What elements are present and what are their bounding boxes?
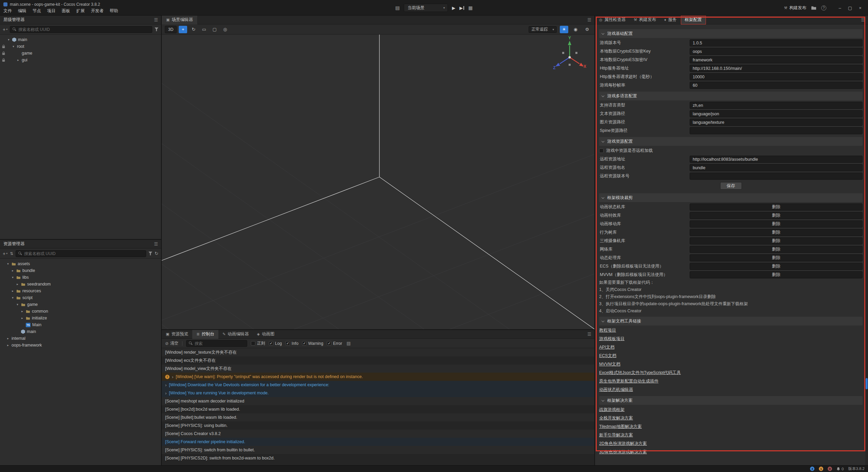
collapse-arrow-icon[interactable]: ▾ (16, 303, 19, 306)
tree-row[interactable]: ▸oops-framework (0, 342, 161, 349)
preview-scene-select[interactable]: 当前场景 ▾ (404, 4, 448, 12)
tree-row[interactable]: ▸bundle (0, 267, 161, 274)
hierarchy-filter-icon[interactable] (155, 27, 158, 31)
console-log-row[interactable]: [Scene] [PHYSICS]: using builtin. (162, 421, 594, 430)
field-input[interactable] (690, 48, 863, 55)
console-log-row[interactable]: [Scene] [bullet]:bullet wasm lib loaded. (162, 413, 594, 421)
tree-row[interactable]: game (0, 50, 161, 57)
preview-device-icon[interactable]: ▤ (395, 5, 400, 10)
console-log-row[interactable]: [Scene] Forward render pipeline initiali… (162, 438, 594, 446)
solution-link[interactable]: 战旗游戏框架 (599, 406, 625, 414)
scene-light-icon[interactable]: ☀ (560, 26, 568, 33)
console-menu-icon[interactable]: ☰ (587, 332, 591, 336)
menu-item[interactable]: 面板 (59, 7, 73, 15)
solution-link[interactable]: 全栈开发解决方案 (599, 414, 633, 422)
menu-item[interactable]: 帮助 (107, 7, 121, 15)
tree-row[interactable]: ▾assets (0, 260, 161, 267)
build-publish-button[interactable]: ⚒ 构建发布 (784, 5, 806, 11)
tree-row[interactable]: ▸internal (0, 335, 161, 342)
expand-arrow-icon[interactable]: ▸ (6, 337, 10, 340)
field-input[interactable] (690, 110, 863, 117)
notification-bell[interactable]: 0 (836, 467, 844, 471)
remote-load-checkbox[interactable] (599, 149, 604, 153)
expand-arrow-icon[interactable]: ▸ (20, 310, 24, 313)
anchor-tool-button[interactable]: ◎ (221, 26, 229, 33)
scene-viewport[interactable]: Y X Z (162, 35, 594, 329)
solution-link[interactable]: Tiledmap地图解决方案 (599, 422, 642, 431)
assets-menu-icon[interactable]: ☰ (154, 242, 158, 246)
section-solutions[interactable]: 框架解决方案 (599, 396, 863, 405)
solution-link[interactable]: 2D角色扮演游戏解决方案 (599, 439, 647, 448)
menu-item[interactable]: 文件 (0, 7, 15, 15)
doc-link[interactable]: 动画状态机编辑器 (599, 386, 633, 394)
filter-checkbox[interactable]: ✓ (269, 341, 273, 346)
field-input[interactable] (690, 65, 863, 72)
step-button[interactable]: ▶ (459, 5, 464, 11)
doc-link[interactable]: Excel格式转Json文件与TypeScript代码工具 (599, 369, 681, 377)
delete-module-button[interactable]: 删除 (690, 212, 863, 219)
console-tab[interactable]: ✎动画编辑器 (218, 330, 253, 339)
tree-row[interactable]: main (0, 328, 161, 335)
delete-module-button[interactable]: 删除 (690, 203, 863, 211)
move-tool-button[interactable]: + (179, 26, 187, 33)
inspector-tab[interactable]: 框架配置 (681, 16, 706, 24)
tree-row[interactable]: ▸common (0, 308, 161, 315)
console-tab[interactable]: ◈动画图 (253, 330, 279, 339)
inspector-tab[interactable]: ⚒构建发布 (630, 16, 660, 24)
minimize-button[interactable]: – (835, 3, 845, 12)
warning-count[interactable]: 1 (819, 467, 823, 471)
tree-row[interactable]: ▸resources (0, 288, 161, 294)
filter-checkbox[interactable]: ✓ (302, 341, 307, 346)
console-log-row[interactable]: [Window] model_view文件夹不存在 (162, 365, 594, 373)
scene-settings-gear-icon[interactable]: ⚙ (583, 26, 591, 33)
console-log-row[interactable]: [Window] render_texture文件夹不存在 (162, 348, 594, 356)
field-input[interactable] (690, 119, 863, 126)
collapse-arrow-icon[interactable]: ▾ (6, 262, 10, 266)
log-expand-arrow-icon[interactable]: › (172, 374, 173, 379)
console-log-row[interactable]: [Scene] [box2d]:box2d wasm lib loaded. (162, 405, 594, 413)
close-button[interactable]: × (855, 3, 865, 12)
log-count[interactable]: 3 (810, 467, 814, 471)
scale-tool-button[interactable]: ▭ (200, 26, 208, 33)
console-log-row[interactable]: [Scene] meshopt wasm decoder initialized (162, 397, 594, 405)
tree-row[interactable]: ▸seedrandom (0, 281, 161, 288)
play-button[interactable]: ▶ (452, 5, 455, 11)
orientation-gizmo[interactable]: Y X Z (548, 35, 592, 79)
field-input[interactable] (690, 56, 863, 63)
section-resource-config[interactable]: 游戏资源配置 (599, 137, 863, 146)
delete-module-button[interactable]: 删除 (690, 220, 863, 228)
field-input[interactable] (690, 82, 863, 89)
doc-link[interactable]: ECS文档 (599, 352, 616, 360)
field-input[interactable] (690, 39, 863, 46)
sort-assets-icon[interactable]: ⇅ (10, 251, 13, 256)
inspector-menu-icon[interactable]: ☰ (861, 18, 865, 22)
section-doc-links[interactable]: 框架文档工具链接 (599, 317, 863, 326)
expand-arrow-icon[interactable]: ▸ (20, 316, 24, 320)
console-log-row[interactable]: [Scene] [PHYSICS]: switch from builtin t… (162, 446, 594, 454)
clear-console-button[interactable]: ⊘ 清空 (165, 340, 178, 346)
rotate-tool-button[interactable]: ↻ (189, 26, 198, 33)
tree-row[interactable]: ▸gui (0, 57, 161, 63)
doc-link[interactable]: 教程项目 (599, 326, 616, 335)
regex-checkbox[interactable] (251, 341, 255, 346)
log-filter-toggle[interactable]: ✓Error (327, 341, 342, 346)
save-button[interactable]: 保存 (720, 182, 742, 190)
hierarchy-search-input[interactable] (10, 26, 152, 33)
delete-module-button[interactable]: 删除 (690, 263, 863, 270)
expand-arrow-icon[interactable]: ▸ (16, 282, 19, 286)
console-tab[interactable]: ▣资源预览 (162, 330, 192, 339)
doc-link[interactable]: MVVM文档 (599, 360, 620, 369)
tree-row[interactable]: ▾libs (0, 274, 161, 281)
console-log-row[interactable]: ›[Window] Download the Vue Devtools exte… (162, 381, 594, 389)
console-log-row[interactable]: [Window] ecs文件夹不存在 (162, 356, 594, 365)
collapse-arrow-icon[interactable]: ▾ (7, 38, 11, 41)
delete-module-button[interactable]: 删除 (690, 254, 863, 261)
filter-checkbox[interactable]: ✓ (327, 341, 331, 346)
section-module-trim[interactable]: 框架模块裁剪 (599, 193, 863, 202)
layout-grid-icon[interactable]: ▦ (468, 5, 473, 10)
tree-row[interactable]: ▾script (0, 294, 161, 301)
menu-item[interactable]: 节点 (29, 7, 44, 15)
add-asset-button[interactable]: +▾ (3, 251, 7, 256)
expand-arrow-icon[interactable]: ▸ (6, 343, 10, 347)
field-input[interactable] (690, 173, 863, 180)
